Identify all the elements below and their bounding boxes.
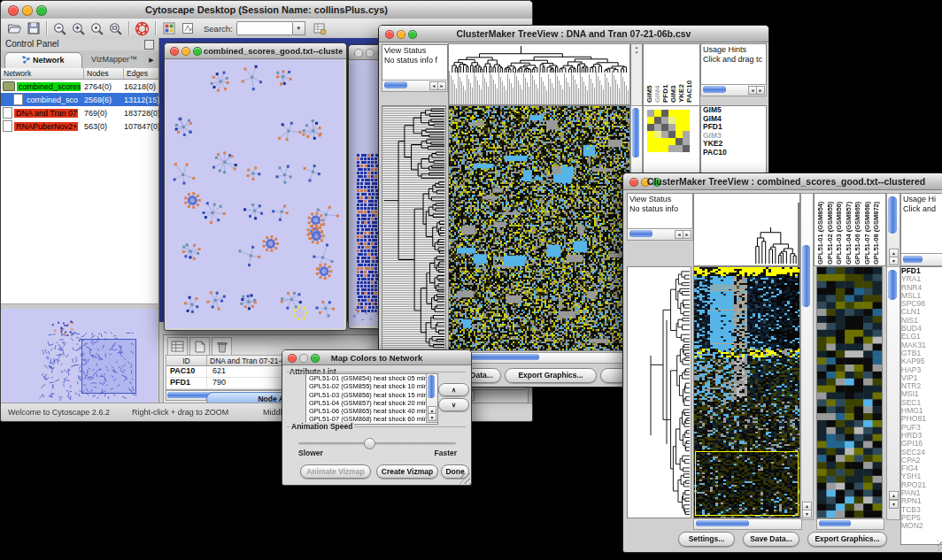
list-item[interactable]: GPL51-04 (GSM857) heat shock 20 min	[306, 399, 437, 407]
tv2-column-label[interactable]: GPL51-04 (GSM857)	[845, 195, 853, 265]
tv1-column-label[interactable]: YKE2	[677, 46, 685, 103]
resize-grip[interactable]	[938, 541, 942, 551]
network-row[interactable]: combined_scores2764(0)16218(0)	[1, 80, 158, 93]
tv1-column-label[interactable]: GIM4	[653, 46, 661, 103]
zoom-fit-icon[interactable]	[106, 20, 125, 37]
tab-vizmapper[interactable]: VizMapper™	[82, 52, 146, 67]
tv2-usage-hscroll-thumb[interactable]	[903, 256, 923, 263]
import-table-icon[interactable]	[311, 20, 329, 37]
tv2-zoom-heatmap-canvas[interactable]	[816, 266, 883, 518]
column-header-edges[interactable]: Edges	[124, 68, 158, 80]
tv2-settings-button[interactable]: Settings...	[678, 532, 735, 547]
tv2-status-hscrollbar[interactable]: ◂ ▸	[627, 228, 693, 241]
tv1-heatmap-canvas[interactable]	[448, 105, 630, 351]
tv2-row-dendrogram-canvas[interactable]	[627, 266, 691, 518]
tv2-labels-vscroll-thumb[interactable]	[888, 196, 897, 234]
tv2-export-graphics-button[interactable]: Export Graphics...	[807, 532, 887, 547]
move-down-button[interactable]: ∨	[438, 398, 469, 411]
tv1-hscrollbar[interactable]	[448, 352, 632, 364]
column-header-network[interactable]: Network	[1, 68, 84, 80]
network-view-1-canvas[interactable]	[166, 59, 344, 328]
treeview1-titlebar[interactable]: ClusterMaker TreeView : DNA and Tran 07-…	[379, 26, 768, 42]
tv1-vscroll-thumb[interactable]	[632, 108, 639, 157]
tv2-zoom-hscroll-thumb[interactable]	[819, 520, 851, 526]
animation-speed-slider-thumb[interactable]	[364, 438, 375, 449]
tv2-column-dendrogram-canvas[interactable]	[693, 193, 800, 266]
network-row[interactable]: DNA and Tran 07769(0)183728(0)	[1, 106, 158, 119]
zoom-window-button[interactable]	[193, 47, 202, 56]
network-row[interactable]: combined_sco2569(6)13112(15)	[1, 93, 158, 106]
tv1-column-dendrogram-canvas[interactable]	[448, 43, 630, 105]
tv1-row-dendrogram-canvas[interactable]	[382, 105, 446, 351]
tv2-column-label[interactable]: GPL51-02 (GSM855)	[826, 195, 834, 265]
minimize-button[interactable]	[366, 49, 374, 58]
scroll-up-icon[interactable]: ▴	[889, 491, 899, 500]
move-up-button[interactable]: ∧	[438, 383, 469, 396]
tv1-column-label[interactable]: GIM5	[645, 46, 653, 103]
tv1-column-label[interactable]: GIM3	[669, 46, 677, 103]
main-titlebar[interactable]: Cytoscape Desktop (Session Name: collins…	[1, 1, 532, 19]
tv2-column-label[interactable]: GPL51-01 (GSM854)	[816, 195, 824, 265]
tv2-vscrollbar[interactable]: ▴ ▾	[800, 193, 814, 520]
open-file-icon[interactable]	[5, 20, 24, 37]
search-dropdown-arrow-icon[interactable]: ▼	[293, 21, 305, 35]
close-button[interactable]	[170, 47, 179, 56]
network-row[interactable]: RNAPuberNov2+563(0)107847(0)	[1, 119, 158, 133]
trash-icon[interactable]	[212, 337, 232, 356]
scroll-down-icon[interactable]: ▾	[889, 257, 899, 265]
tv1-column-label[interactable]: PFD1	[661, 46, 669, 103]
zoom-selected-icon[interactable]	[88, 20, 106, 37]
tv2-genes-vscrollbar[interactable]: ▴ ▾	[886, 266, 900, 520]
column-header-nodes[interactable]: Nodes	[84, 68, 124, 80]
tv1-column-label[interactable]: PAC10	[685, 46, 693, 103]
list-item[interactable]: GPL51-03 (GSM856) heat shock 15 min	[306, 391, 437, 399]
attribute-table-icon[interactable]	[167, 337, 188, 356]
tab-overflow-arrow[interactable]: ▶	[146, 54, 157, 65]
tv2-heatmap-canvas[interactable]	[693, 266, 800, 518]
tv1-status-hscrollbar[interactable]: ◂ ▸	[382, 80, 448, 92]
dialog-titlebar[interactable]: Map Colors to Network	[282, 350, 471, 365]
tv2-column-label[interactable]: GPL51-06 (GSM865)	[853, 195, 861, 265]
resize-grip[interactable]	[459, 473, 470, 484]
gene-label[interactable]: MON2	[901, 522, 942, 530]
tv2-heat-hscroll-thumb[interactable]	[696, 520, 749, 526]
minimize-button[interactable]	[181, 47, 190, 56]
tv2-column-label[interactable]: GPL51-08 (GSM872)	[872, 195, 880, 265]
create-vizmap-button[interactable]: Create Vizmap	[376, 464, 438, 479]
float-panel-icon[interactable]	[144, 40, 154, 50]
attr-list-vscroll-thumb[interactable]	[428, 375, 435, 398]
scroll-right-icon[interactable]: ▸	[437, 81, 446, 90]
attribute-listbox[interactable]: GPL51-01 (GSM854) heat shock 05 minGPL51…	[305, 373, 438, 425]
tv1-usage-hscroll-thumb[interactable]	[703, 86, 726, 93]
list-item[interactable]: GPL51-06 (GSM865) heat shock 40 min	[306, 407, 437, 415]
tv2-status-hscroll-thumb[interactable]	[629, 230, 652, 237]
tv2-column-label[interactable]: GPL51-07 (GSM868)	[863, 195, 871, 265]
annotation-icon[interactable]	[178, 20, 197, 37]
zoom-out-icon[interactable]	[50, 20, 69, 37]
save-session-icon[interactable]	[24, 20, 42, 37]
network1-titlebar[interactable]: combined_scores_good.txt--cluste...	[165, 43, 346, 59]
tv2-save-data-button[interactable]: Save Data...	[743, 532, 799, 547]
birdseye-view-canvas[interactable]	[2, 309, 158, 403]
new-file-icon[interactable]	[189, 337, 210, 356]
attr-col-id[interactable]: ID	[166, 356, 207, 366]
scroll-down-icon[interactable]: ▾	[428, 413, 436, 421]
tv1-usage-hscrollbar[interactable]: ◂ ▸	[700, 84, 767, 96]
tv2-genes-vscroll-thumb[interactable]	[888, 270, 897, 300]
scroll-right-icon[interactable]: ▸	[756, 86, 765, 95]
tv2-zoom-hscrollbar[interactable]	[816, 518, 884, 530]
zoom-in-icon[interactable]	[69, 20, 88, 37]
tv1-status-hscroll-thumb[interactable]	[384, 81, 407, 88]
tv1-correlation-matrix-canvas[interactable]	[647, 110, 690, 152]
animation-speed-slider-track[interactable]	[298, 442, 456, 445]
treeview2-titlebar[interactable]: ClusterMaker TreeView : combined_scores_…	[623, 173, 942, 190]
tv2-vscroll-thumb[interactable]	[802, 245, 810, 307]
list-item[interactable]: GPL51-01 (GSM854) heat shock 05 min	[306, 374, 437, 382]
help-lifering-icon[interactable]	[133, 20, 151, 37]
tv1-row-label[interactable]: PAC10	[701, 149, 766, 157]
close-button[interactable]	[354, 49, 363, 58]
vizmapper-icon[interactable]	[159, 20, 178, 37]
search-input[interactable]	[236, 21, 293, 35]
tv2-labels-vscrollbar[interactable]: ▴ ▾	[886, 193, 900, 268]
scroll-right-icon[interactable]: ▸	[683, 230, 691, 239]
